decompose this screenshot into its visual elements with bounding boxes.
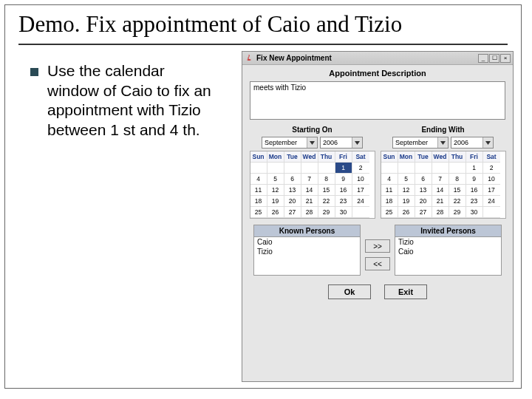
calendar-day[interactable]: 5 (267, 174, 284, 185)
calendar-day[interactable]: 12 (398, 185, 415, 196)
calendar-day[interactable]: 13 (415, 185, 432, 196)
calendar-day[interactable]: 19 (398, 196, 415, 207)
calendar-day[interactable] (449, 163, 466, 174)
description-label: Appointment Description (242, 65, 513, 80)
calendar-day[interactable] (381, 163, 398, 174)
calendar-day[interactable]: 28 (432, 207, 449, 218)
calendar-day[interactable]: 29 (449, 207, 466, 218)
calendar-dow: Sat (352, 151, 369, 163)
calendar-day[interactable]: 25 (381, 207, 398, 218)
chevron-down-icon (307, 137, 317, 148)
end-month-select[interactable]: September (392, 137, 449, 149)
calendar-day[interactable]: 14 (432, 185, 449, 196)
calendar-day[interactable]: 5 (398, 174, 415, 185)
calendar-day[interactable]: 8 (449, 174, 466, 185)
add-person-button[interactable]: >> (365, 239, 390, 253)
calendar-day[interactable]: 2 (483, 163, 500, 174)
calendar-day[interactable]: 13 (284, 185, 301, 196)
calendar-day[interactable]: 22 (449, 196, 466, 207)
list-item[interactable]: Caio (254, 237, 360, 247)
titlebar[interactable]: Fix New Appointment _ ☐ × (242, 52, 513, 65)
calendar-day[interactable]: 16 (335, 185, 352, 196)
calendar-day[interactable]: 30 (335, 207, 352, 218)
calendar-day[interactable]: 26 (398, 207, 415, 218)
calendar-day[interactable]: 4 (381, 174, 398, 185)
calendar-day[interactable]: 30 (466, 207, 483, 218)
calendar-day[interactable]: 17 (483, 185, 500, 196)
calendar-day[interactable]: 11 (250, 185, 267, 196)
calendar-dow: Sun (381, 151, 398, 163)
calendar-day[interactable]: 24 (483, 196, 500, 207)
calendar-day[interactable]: 18 (250, 196, 267, 207)
ok-button[interactable]: Ok (328, 284, 371, 299)
minimize-button[interactable]: _ (478, 54, 488, 63)
calendar-day[interactable]: 26 (267, 207, 284, 218)
calendar-day[interactable]: 25 (250, 207, 267, 218)
calendar-day[interactable]: 7 (301, 174, 318, 185)
calendar-day[interactable]: 19 (267, 196, 284, 207)
list-item[interactable]: Tizio (254, 247, 360, 256)
calendar-day[interactable] (352, 207, 369, 218)
calendar-day[interactable]: 8 (318, 174, 335, 185)
calendar-day[interactable]: 20 (284, 196, 301, 207)
calendar-day[interactable]: 18 (381, 196, 398, 207)
calendar-day[interactable]: 6 (284, 174, 301, 185)
calendar-day[interactable] (284, 163, 301, 174)
known-persons-list[interactable]: CaioTizio (253, 237, 361, 276)
calendar-day[interactable]: 20 (415, 196, 432, 207)
calendar-day[interactable]: 16 (466, 185, 483, 196)
calendar-day[interactable] (398, 163, 415, 174)
calendar-day[interactable]: 11 (381, 185, 398, 196)
calendar-day[interactable] (432, 163, 449, 174)
calendar-day[interactable]: 15 (449, 185, 466, 196)
calendar-day[interactable]: 15 (318, 185, 335, 196)
calendar-day[interactable]: 22 (318, 196, 335, 207)
remove-person-button[interactable]: << (365, 257, 390, 270)
calendar-day[interactable]: 9 (335, 174, 352, 185)
start-month-select[interactable]: September (262, 137, 318, 149)
calendar-day[interactable]: 10 (483, 174, 500, 185)
end-year-select[interactable]: 2006 (451, 137, 494, 149)
calendar-day[interactable] (250, 163, 267, 174)
list-item[interactable]: Caio (395, 247, 501, 256)
calendar-day[interactable]: 17 (352, 185, 369, 196)
calendar-day[interactable] (318, 163, 335, 174)
calendar-day[interactable]: 21 (432, 196, 449, 207)
calendar-day[interactable]: 1 (466, 163, 483, 174)
end-year-value: 2006 (454, 139, 468, 146)
calendar-day[interactable]: 21 (301, 196, 318, 207)
calendar-day[interactable] (267, 163, 284, 174)
start-year-select[interactable]: 2006 (320, 137, 363, 149)
calendar-dow: Mon (398, 151, 415, 163)
calendar-day[interactable]: 27 (284, 207, 301, 218)
calendar-day[interactable]: 9 (466, 174, 483, 185)
calendar-day[interactable]: 24 (352, 196, 369, 207)
calendar-day[interactable]: 10 (352, 174, 369, 185)
calendar-day[interactable]: 12 (267, 185, 284, 196)
calendar-day[interactable]: 28 (301, 207, 318, 218)
calendar-day[interactable]: 23 (335, 196, 352, 207)
calendar-day[interactable]: 23 (466, 196, 483, 207)
invited-persons-list[interactable]: TizioCaio (395, 237, 502, 276)
calendar-dow: Thu (318, 151, 335, 163)
calendar-day[interactable]: 14 (301, 185, 318, 196)
list-item[interactable]: Tizio (395, 237, 501, 247)
calendar-day[interactable] (415, 163, 432, 174)
maximize-button[interactable]: ☐ (489, 54, 499, 63)
start-calendar[interactable]: SunMonTueWedThuFriSat1245678910111213141… (250, 151, 375, 219)
close-button[interactable]: × (500, 54, 511, 63)
calendar-day[interactable]: 4 (250, 174, 267, 185)
calendar-day[interactable]: 7 (432, 174, 449, 185)
calendar-dow: Tue (415, 151, 432, 163)
calendar-dow: Fri (466, 151, 483, 163)
exit-button[interactable]: Exit (384, 284, 427, 299)
calendar-day[interactable] (483, 207, 500, 218)
end-calendar[interactable]: SunMonTueWedThuFriSat1245678910111213141… (381, 151, 506, 219)
description-textarea[interactable]: meets with Tizio (250, 81, 505, 120)
calendar-day[interactable]: 6 (415, 174, 432, 185)
calendar-day[interactable]: 1 (335, 163, 352, 174)
calendar-day[interactable]: 27 (415, 207, 432, 218)
calendar-day[interactable]: 29 (318, 207, 335, 218)
calendar-day[interactable] (301, 163, 318, 174)
calendar-day[interactable]: 2 (352, 163, 369, 174)
